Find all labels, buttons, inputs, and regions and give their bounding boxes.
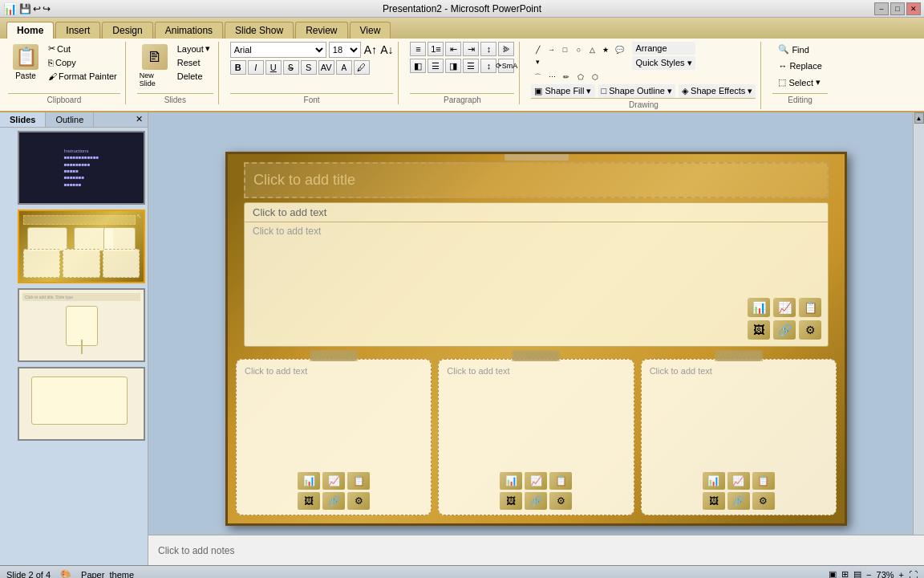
arrange-button[interactable]: Arrange — [632, 42, 695, 55]
select-button[interactable]: ⬚ Select ▾ — [772, 75, 826, 90]
slide-content-top[interactable]: Click to add text Click to add text 📊 📈 … — [244, 202, 829, 347]
underline-button[interactable]: U — [265, 60, 282, 75]
card-2-text[interactable]: Click to add text — [444, 364, 628, 377]
card3-chart-icon[interactable]: 📈 — [727, 472, 750, 490]
smartart-button[interactable]: ⟳SmA — [498, 59, 514, 73]
insert-smartart-icon[interactable]: 📋 — [799, 298, 821, 317]
shape-arrow[interactable]: → — [545, 44, 557, 55]
reset-button[interactable]: Reset — [174, 56, 213, 69]
slide-content-header[interactable]: Click to add text — [245, 203, 828, 222]
scroll-up-button[interactable]: ▲ — [914, 112, 924, 124]
tab-design[interactable]: Design — [102, 22, 152, 39]
slide-thumb-1[interactable]: Instructions■■■■■■■■■■■■■■■■■■■■■■■■■■■■… — [18, 131, 145, 205]
slide-title-area[interactable]: Click to add title — [244, 162, 829, 198]
cut-button[interactable]: ✂ Cut — [45, 42, 120, 55]
card1-smart-icon[interactable]: 📋 — [347, 472, 370, 490]
view-normal-icon[interactable]: ▣ — [829, 569, 837, 578]
card1-clip-icon[interactable]: 🔗 — [322, 492, 345, 510]
card-3-text[interactable]: Click to add text — [646, 364, 831, 377]
font-color-button[interactable]: A — [336, 60, 352, 75]
slide-thumb-2[interactable]: ↖ — [18, 210, 145, 283]
fit-slide-button[interactable]: ⛶ — [909, 570, 918, 579]
align-center-button[interactable]: ☰ — [428, 59, 444, 73]
shadow-button[interactable]: S — [301, 60, 317, 75]
card1-pic-icon[interactable]: 🖼 — [298, 492, 320, 510]
card3-smart-icon[interactable]: 📋 — [752, 472, 775, 490]
quick-redo-icon[interactable]: ↪ — [43, 3, 51, 14]
increase-indent-button[interactable]: ⇥ — [463, 42, 479, 56]
maximize-button[interactable]: □ — [890, 2, 905, 15]
slide-paper[interactable]: Click to add title Click to add text Cli… — [225, 152, 847, 526]
tab-review[interactable]: Review — [295, 22, 347, 39]
slide-thumb-3[interactable]: Click to add title, Slide type — [18, 288, 145, 362]
shape-curve[interactable]: ⌒ — [531, 71, 544, 83]
tab-home[interactable]: Home — [6, 22, 54, 39]
shape-rect[interactable]: □ — [558, 44, 571, 55]
paste-button[interactable]: 📋 Paste — [8, 42, 43, 83]
columns-button[interactable]: ⫸ — [498, 42, 514, 56]
view-slide-sorter-icon[interactable]: ⊞ — [841, 569, 849, 578]
card3-table-icon[interactable]: 📊 — [703, 472, 725, 490]
font-size-select[interactable]: 18 — [329, 42, 361, 58]
find-button[interactable]: 🔍 Find — [772, 42, 814, 57]
card2-media-icon[interactable]: ⚙ — [549, 492, 572, 510]
notes-bar[interactable]: Click to add notes — [148, 535, 924, 565]
insert-table-icon[interactable]: 📊 — [748, 298, 770, 317]
shape-more[interactable]: ▾ — [531, 56, 544, 67]
tab-slideshow[interactable]: Slide Show — [225, 22, 294, 39]
shape-pentagon[interactable]: ⬠ — [574, 71, 587, 83]
zoom-out-button[interactable]: − — [866, 570, 871, 579]
card-1-text[interactable]: Click to add text — [241, 364, 426, 377]
numbered-list-button[interactable]: 1≡ — [428, 42, 444, 56]
tab-insert[interactable]: Insert — [55, 22, 100, 39]
align-left-button[interactable]: ◧ — [410, 59, 426, 73]
delete-button[interactable]: Delete — [174, 70, 213, 83]
decrease-size-button[interactable]: A↓ — [380, 43, 393, 56]
slide-thumb-4[interactable] — [18, 367, 145, 441]
bold-button[interactable]: B — [230, 60, 246, 75]
align-right-button[interactable]: ◨ — [445, 59, 461, 73]
char-spacing-button[interactable]: AV — [318, 60, 334, 75]
font-name-select[interactable]: Arial — [230, 42, 326, 58]
card3-pic-icon[interactable]: 🖼 — [703, 492, 725, 510]
card2-smart-icon[interactable]: 📋 — [549, 472, 572, 490]
copy-button[interactable]: ⎘ Copy — [45, 56, 120, 69]
quick-undo-icon[interactable]: ↩ — [33, 3, 41, 14]
quick-save-icon[interactable]: 💾 — [19, 3, 31, 14]
card3-media-icon[interactable]: ⚙ — [752, 492, 775, 510]
card2-table-icon[interactable]: 📊 — [500, 472, 522, 490]
decrease-indent-button[interactable]: ⇤ — [445, 42, 461, 56]
insert-clip-icon[interactable]: 🔗 — [773, 320, 796, 340]
highlight-button[interactable]: 🖊 — [354, 60, 370, 75]
slide-card-2[interactable]: Click to add text 📊 📈 📋 🖼 🔗 ⚙ — [438, 359, 634, 515]
shape-freeform[interactable]: ✏ — [560, 71, 573, 83]
insert-chart-icon[interactable]: 📈 — [773, 298, 796, 317]
format-painter-button[interactable]: 🖌 Format Painter — [45, 70, 120, 83]
shape-triangle[interactable]: △ — [586, 44, 598, 55]
vertical-scrollbar[interactable]: ▲ ▼ — [913, 112, 924, 565]
text-direction-button[interactable]: ↕ — [480, 42, 496, 56]
card2-clip-icon[interactable]: 🔗 — [525, 492, 547, 510]
shape-outline-button[interactable]: □ Shape Outline ▾ — [598, 84, 675, 98]
shape-circle[interactable]: ○ — [572, 44, 585, 55]
shape-connector[interactable]: ⋯ — [545, 71, 558, 83]
card1-chart-icon[interactable]: 📈 — [322, 472, 345, 490]
shape-hexagon[interactable]: ⬡ — [589, 71, 602, 83]
new-slide-button[interactable]: 🖹 New Slide — [137, 42, 172, 90]
slide-content-body[interactable]: Click to add text — [245, 222, 828, 240]
tab-animations[interactable]: Animations — [155, 22, 223, 39]
insert-picture-icon[interactable]: 🖼 — [748, 320, 770, 340]
shape-star[interactable]: ★ — [599, 44, 612, 55]
increase-size-button[interactable]: A↑ — [363, 43, 378, 57]
tab-view[interactable]: View — [350, 22, 391, 39]
card3-clip-icon[interactable]: 🔗 — [727, 492, 750, 510]
replace-button[interactable]: ↔ Replace — [772, 59, 827, 73]
layout-button[interactable]: Layout ▾ — [174, 42, 213, 55]
card1-media-icon[interactable]: ⚙ — [347, 492, 370, 510]
strikethrough-button[interactable]: S̶ — [283, 60, 299, 75]
line-spacing-button[interactable]: ↕ — [480, 59, 496, 73]
view-reading-icon[interactable]: ▤ — [853, 569, 861, 578]
slide-card-1[interactable]: Click to add text 📊 📈 📋 🖼 🔗 ⚙ — [236, 359, 432, 515]
card2-pic-icon[interactable]: 🖼 — [500, 492, 522, 510]
card2-chart-icon[interactable]: 📈 — [525, 472, 547, 490]
